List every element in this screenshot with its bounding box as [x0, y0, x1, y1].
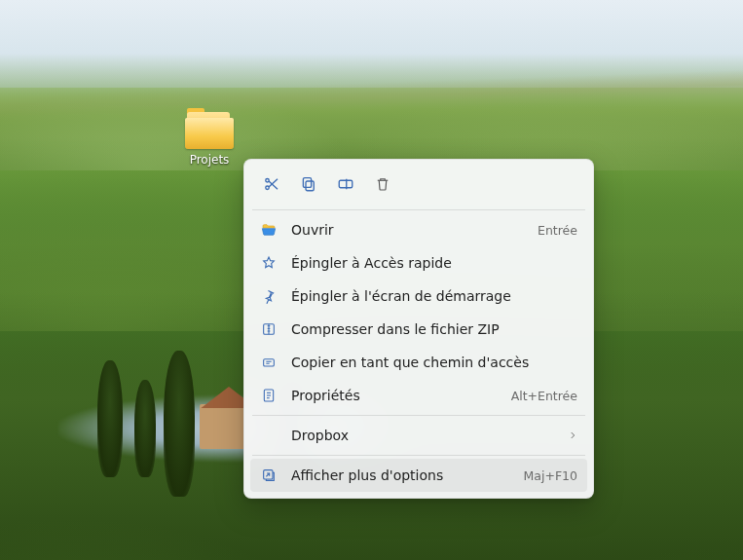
chevron-right-icon: [568, 430, 577, 440]
menu-separator: [252, 415, 585, 416]
menu-separator: [252, 209, 585, 210]
copy-button[interactable]: [291, 168, 326, 201]
menu-item-label: Propriétés: [291, 388, 498, 403]
star-icon: [260, 255, 278, 271]
menu-item-label: Copier en tant que chemin d'accès: [291, 355, 577, 370]
menu-item-label: Ouvrir: [291, 222, 524, 238]
trash-icon: [374, 175, 391, 193]
menu-item-open[interactable]: Ouvrir Entrée: [250, 213, 587, 246]
folder-icon: [185, 110, 234, 149]
menu-item-pin-start[interactable]: Épingler à l'écran de démarrage: [250, 280, 587, 313]
wallpaper-tree: [97, 360, 123, 477]
menu-item-accelerator: Alt+Entrée: [511, 389, 577, 403]
context-menu: Ouvrir Entrée Épingler à Accès rapide Ép…: [243, 159, 594, 499]
desktop-folder-projets[interactable]: Projets: [174, 110, 244, 167]
menu-item-compress-zip[interactable]: Compresser dans le fichier ZIP: [250, 313, 587, 346]
menu-item-label: Compresser dans le fichier ZIP: [291, 321, 577, 337]
menu-item-more-options[interactable]: Afficher plus d'options Maj+F10: [250, 459, 587, 492]
svg-rect-5: [303, 178, 311, 188]
scissors-icon: [263, 175, 280, 193]
svg-rect-6: [339, 180, 353, 188]
more-options-icon: [260, 467, 278, 483]
properties-icon: [260, 388, 278, 403]
wallpaper-tree: [134, 380, 156, 477]
menu-item-accelerator: Entrée: [538, 223, 577, 238]
menu-item-label: Afficher plus d'options: [291, 467, 510, 483]
menu-item-accelerator: Maj+F10: [524, 468, 578, 483]
menu-item-properties[interactable]: Propriétés Alt+Entrée: [250, 379, 587, 412]
svg-rect-13: [264, 359, 275, 366]
context-menu-quick-actions: [250, 166, 587, 206]
menu-separator: [252, 455, 585, 456]
pin-icon: [260, 288, 278, 304]
menu-item-pin-quick-access[interactable]: Épingler à Accès rapide: [250, 246, 587, 280]
menu-item-label: Épingler à Accès rapide: [291, 255, 577, 271]
cut-button[interactable]: [254, 168, 289, 201]
rename-icon: [337, 175, 354, 193]
delete-button[interactable]: [365, 168, 400, 201]
zip-icon: [260, 321, 278, 337]
rename-button[interactable]: [328, 168, 363, 201]
svg-rect-4: [306, 181, 314, 191]
copy-path-icon: [260, 355, 278, 370]
menu-item-dropbox[interactable]: Dropbox: [250, 419, 587, 452]
menu-item-label: Épingler à l'écran de démarrage: [291, 288, 577, 304]
menu-item-copy-as-path[interactable]: Copier en tant que chemin d'accès: [250, 346, 587, 379]
menu-item-label: Dropbox: [291, 428, 554, 443]
desktop-folder-label: Projets: [190, 153, 230, 167]
folder-open-icon: [260, 222, 278, 238]
wallpaper-tree: [164, 351, 195, 497]
copy-icon: [300, 175, 317, 193]
